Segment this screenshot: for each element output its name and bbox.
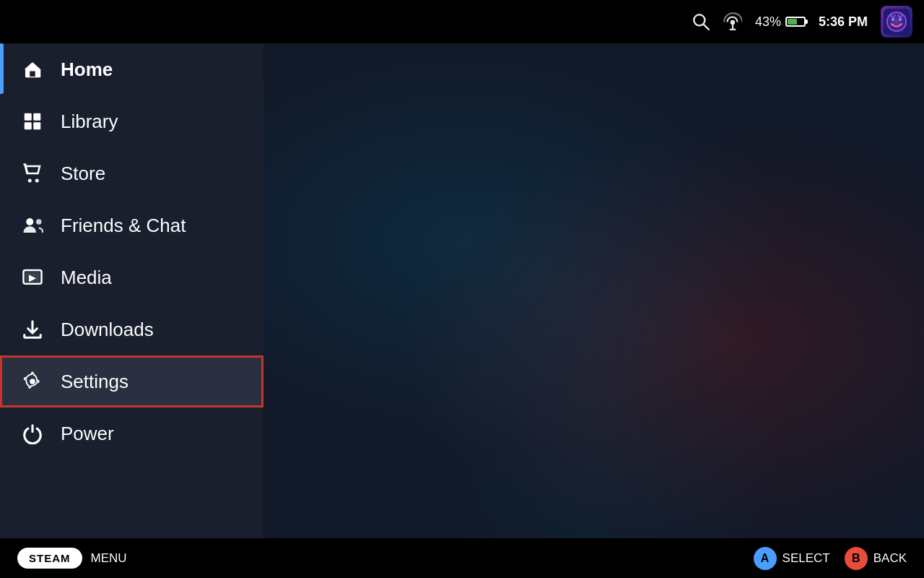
sidebar-item-label: Settings	[61, 371, 128, 393]
steam-button[interactable]: STEAM	[17, 548, 82, 569]
bottombar: STEAM MENU A SELECT B BACK	[0, 538, 924, 578]
bottom-left: STEAM MENU	[17, 548, 127, 569]
sidebar-item-friends[interactable]: Friends & Chat	[0, 199, 263, 251]
battery-percent-text: 43%	[755, 14, 781, 30]
settings-icon	[20, 369, 45, 394]
b-button[interactable]: B	[845, 547, 868, 570]
svg-line-1	[704, 25, 709, 30]
select-label: SELECT	[783, 551, 830, 566]
avatar[interactable]	[881, 6, 912, 38]
a-button[interactable]: A	[754, 547, 777, 570]
store-icon	[20, 161, 45, 186]
svg-rect-9	[30, 72, 35, 77]
back-action: B BACK	[845, 547, 907, 570]
sidebar-item-label: Downloads	[61, 319, 154, 341]
svg-point-17	[36, 219, 42, 225]
svg-point-14	[28, 179, 32, 183]
bottom-right: A SELECT B BACK	[754, 547, 907, 570]
home-icon	[20, 57, 45, 82]
svg-point-16	[26, 218, 33, 225]
sidebar: Home Library Store	[0, 43, 263, 538]
background-art	[263, 43, 924, 538]
sidebar-item-store[interactable]: Store	[0, 147, 263, 199]
steam-label: STEAM	[29, 552, 71, 564]
search-icon[interactable]	[692, 12, 710, 31]
main-content	[263, 43, 924, 538]
battery-indicator: 43%	[755, 14, 806, 30]
sidebar-item-label: Media	[61, 267, 112, 289]
back-label: BACK	[873, 551, 907, 566]
sidebar-item-library[interactable]: Library	[0, 95, 263, 147]
sidebar-item-media[interactable]: Media	[0, 251, 263, 303]
broadcast-icon	[723, 12, 742, 31]
power-icon	[20, 421, 45, 446]
svg-point-2	[731, 21, 734, 24]
sidebar-item-label: Friends & Chat	[61, 215, 186, 237]
topbar: 43% 5:36 PM	[0, 0, 924, 43]
media-icon	[20, 265, 45, 290]
svg-rect-12	[25, 122, 32, 129]
svg-rect-11	[33, 113, 40, 121]
battery-icon	[785, 17, 806, 27]
sidebar-item-label: Library	[61, 111, 118, 133]
topbar-icons: 43% 5:36 PM	[692, 6, 912, 38]
sidebar-item-label: Power	[61, 423, 114, 445]
sidebar-item-home[interactable]: Home	[0, 43, 263, 95]
sidebar-item-label: Home	[61, 59, 113, 81]
svg-point-19	[30, 379, 35, 384]
downloads-icon	[20, 317, 45, 342]
sidebar-item-settings[interactable]: Settings	[0, 355, 263, 407]
svg-point-15	[35, 179, 39, 183]
menu-label: MENU	[91, 551, 127, 566]
sidebar-item-power[interactable]: Power	[0, 407, 263, 460]
library-icon	[20, 109, 45, 134]
sidebar-item-downloads[interactable]: Downloads	[0, 303, 263, 355]
svg-rect-10	[25, 113, 32, 121]
clock: 5:36 PM	[819, 14, 868, 30]
friends-icon	[20, 213, 45, 238]
svg-rect-13	[33, 122, 40, 129]
select-action: A SELECT	[754, 547, 830, 570]
sidebar-item-label: Store	[61, 163, 105, 185]
